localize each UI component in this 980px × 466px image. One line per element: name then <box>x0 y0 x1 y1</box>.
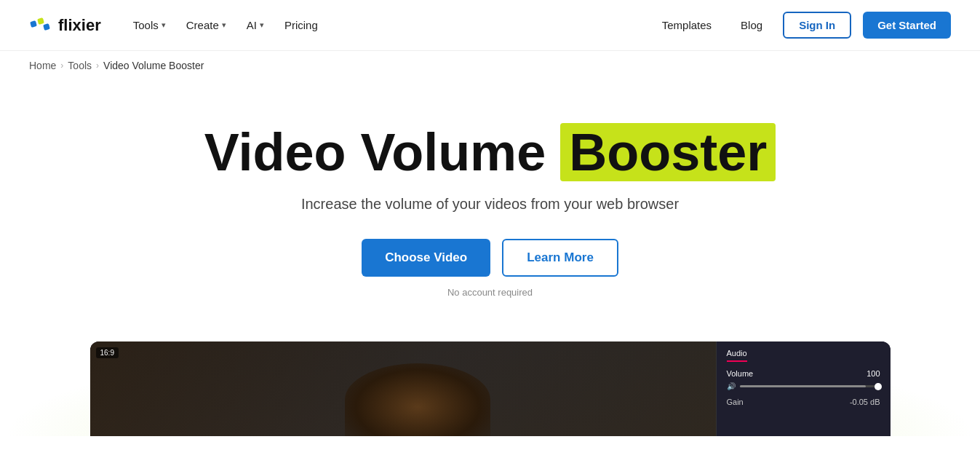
logo[interactable]: flixier <box>29 14 101 37</box>
panel-tab-bar: Audio <box>727 349 880 362</box>
breadcrumb-tools[interactable]: Tools <box>68 60 92 71</box>
volume-slider-track[interactable] <box>740 385 880 387</box>
ai-chevron-icon: ▾ <box>260 20 264 30</box>
nav-tools[interactable]: Tools ▾ <box>124 13 175 37</box>
volume-label-row: Volume 100 <box>727 369 880 378</box>
volume-value: 100 <box>867 369 880 378</box>
gain-label: Gain <box>727 398 744 406</box>
volume-slider-thumb <box>875 383 882 390</box>
choose-video-button[interactable]: Choose Video <box>362 239 490 277</box>
nav-links: Tools ▾ Create ▾ AI ▾ Pricing <box>124 13 327 37</box>
nav-right: Templates Blog Sign In Get Started <box>653 12 951 39</box>
breadcrumb-sep-1: › <box>60 60 63 71</box>
nav-blog[interactable]: Blog <box>732 13 771 37</box>
nav-pricing[interactable]: Pricing <box>276 13 327 37</box>
volume-icon: 🔊 <box>727 382 736 390</box>
getstarted-button[interactable]: Get Started <box>863 12 951 39</box>
hero-section: Video Volume Booster Increase the volume… <box>0 80 980 320</box>
panel-tab-audio[interactable]: Audio <box>727 349 747 362</box>
nav-left: flixier Tools ▾ Create ▾ AI ▾ Pricing <box>29 13 327 37</box>
video-preview-wrapper: 16:9 Audio Volume 100 🔊 Gain -0.05 dB <box>0 341 980 436</box>
nav-create[interactable]: Create ▾ <box>178 13 235 37</box>
hero-subtitle: Increase the volume of your videos from … <box>301 196 679 213</box>
volume-label: Volume <box>727 369 754 378</box>
volume-slider-fill <box>740 385 867 387</box>
gain-label-row: Gain -0.05 dB <box>727 398 880 406</box>
volume-slider-row: 🔊 <box>727 382 880 390</box>
logo-text: flixier <box>58 16 101 35</box>
svg-rect-1 <box>37 17 44 25</box>
svg-rect-2 <box>43 23 50 31</box>
aspect-badge: 16:9 <box>96 347 119 358</box>
navbar: flixier Tools ▾ Create ▾ AI ▾ Pricing Te… <box>0 0 980 51</box>
hero-title-highlight: Booster <box>560 123 776 181</box>
breadcrumb: Home › Tools › Video Volume Booster <box>0 51 980 80</box>
breadcrumb-sep-2: › <box>96 60 99 71</box>
create-chevron-icon: ▾ <box>222 20 226 30</box>
hero-title: Video Volume Booster <box>204 124 776 181</box>
nav-templates[interactable]: Templates <box>653 13 720 37</box>
hero-title-part1: Video Volume <box>204 123 546 181</box>
video-silhouette <box>345 363 490 436</box>
video-main-area: 16:9 <box>90 341 716 436</box>
signin-button[interactable]: Sign In <box>783 12 851 39</box>
svg-rect-0 <box>30 20 37 28</box>
gain-value: -0.05 dB <box>850 398 880 406</box>
learn-more-button[interactable]: Learn More <box>502 239 618 277</box>
video-panel: Audio Volume 100 🔊 Gain -0.05 dB <box>716 341 891 436</box>
nav-ai[interactable]: AI ▾ <box>238 13 273 37</box>
tools-chevron-icon: ▾ <box>162 20 166 30</box>
hero-buttons: Choose Video Learn More <box>362 239 618 277</box>
no-account-text: No account required <box>447 287 533 298</box>
video-preview: 16:9 Audio Volume 100 🔊 Gain -0.05 dB <box>90 341 891 436</box>
breadcrumb-current: Video Volume Booster <box>103 60 204 71</box>
breadcrumb-home[interactable]: Home <box>29 60 56 71</box>
